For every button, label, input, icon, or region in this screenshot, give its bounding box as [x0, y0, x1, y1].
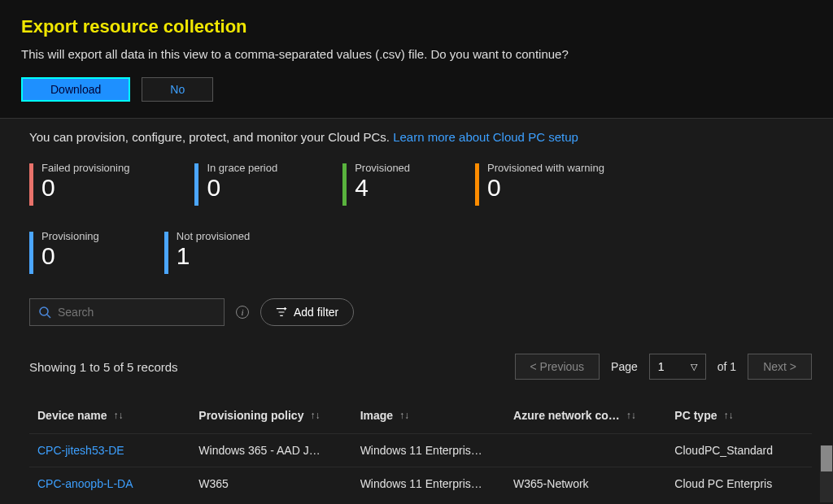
export-dialog: Export resource collection This will exp… [0, 0, 833, 119]
stat-bar-icon [29, 163, 33, 206]
stat-count: 1 [177, 244, 250, 268]
scrollbar-thumb[interactable] [821, 445, 832, 471]
device-link[interactable]: CPC-anoopb-L-DA [37, 477, 133, 490]
stat-bar-icon [342, 163, 347, 206]
search-input[interactable] [58, 306, 216, 319]
learn-more-link[interactable]: Learn more about Cloud PC setup [393, 130, 578, 144]
sort-icon: ↑↓ [626, 410, 636, 421]
stats-row-1: Failed provisioning 0 In grace period 0 … [29, 162, 812, 206]
cell-image: Windows 11 Enterpris… [360, 444, 513, 457]
info-icon[interactable]: i [236, 306, 249, 319]
th-label: Provisioning policy [198, 409, 303, 422]
add-filter-button[interactable]: Add filter [260, 298, 354, 326]
stat-count: 4 [355, 176, 410, 200]
table-row[interactable]: CPC-jitesh53-DE Windows 365 - AAD J… Win… [29, 433, 812, 467]
stats-row-2: Provisioning 0 Not provisioned 1 [29, 230, 812, 274]
th-image[interactable]: Image ↑↓ [360, 409, 513, 422]
svg-line-1 [47, 315, 50, 318]
stat-label: Provisioning [41, 230, 99, 242]
download-button[interactable]: Download [21, 77, 130, 102]
cell-policy: Windows 365 - AAD J… [198, 444, 360, 457]
pager: < Previous Page 1 ▽ of 1 Next > [515, 354, 812, 380]
cell-pctype: CloudPC_Standard [674, 444, 804, 457]
cell-image: Windows 11 Enterpris… [360, 477, 513, 490]
th-label: Device name [37, 409, 107, 422]
stat-bar-icon [164, 232, 168, 274]
no-button[interactable]: No [142, 77, 213, 102]
next-button[interactable]: Next > [748, 354, 812, 380]
dialog-title: Export resource collection [21, 16, 812, 37]
th-azure-network[interactable]: Azure network co… ↑↓ [513, 409, 674, 422]
table-row[interactable]: CPC-anoopb-L-DA W365 Windows 11 Enterpri… [29, 467, 812, 500]
of-text: of 1 [717, 360, 736, 373]
sort-icon: ↑↓ [310, 410, 320, 421]
stat-provisioning[interactable]: Provisioning 0 [29, 230, 99, 274]
stat-count: 0 [41, 176, 129, 200]
stat-in-grace-period[interactable]: In grace period 0 [194, 162, 277, 206]
cell-network [513, 444, 674, 457]
add-filter-label: Add filter [294, 306, 338, 319]
records-text: Showing 1 to 5 of 5 records [29, 360, 515, 374]
stat-label: Not provisioned [177, 230, 250, 242]
cell-pctype: Cloud PC Enterpris [674, 477, 804, 490]
sort-icon: ↑↓ [723, 410, 733, 421]
dialog-buttons: Download No [21, 77, 812, 102]
scrollbar[interactable] [820, 445, 833, 502]
svg-point-0 [40, 307, 48, 315]
sort-icon: ↑↓ [114, 410, 124, 421]
th-label: PC type [674, 409, 717, 422]
page-select[interactable]: 1 ▽ [649, 354, 706, 380]
search-icon [38, 306, 51, 319]
device-link[interactable]: CPC-jitesh53-DE [37, 444, 124, 457]
stat-failed-provisioning[interactable]: Failed provisioning 0 [29, 162, 129, 206]
dialog-text: This will export all data in this view t… [21, 47, 812, 61]
search-box[interactable] [29, 298, 225, 326]
stat-label: Failed provisioning [41, 162, 129, 174]
page-label: Page [611, 360, 638, 373]
info-text: You can provision, configure, protect, a… [29, 130, 812, 144]
filter-row: i Add filter [29, 298, 812, 326]
stat-count: 0 [41, 244, 99, 268]
prev-button[interactable]: < Previous [515, 354, 600, 380]
chevron-down-icon: ▽ [691, 362, 697, 372]
page-value: 1 [658, 360, 665, 373]
device-table: Device name ↑↓ Provisioning policy ↑↓ Im… [29, 398, 812, 500]
th-label: Image [360, 409, 393, 422]
info-prefix: You can provision, configure, protect, a… [29, 130, 393, 144]
stat-label: Provisioned [355, 162, 410, 174]
sort-icon: ↑↓ [399, 410, 409, 421]
th-pc-type[interactable]: PC type ↑↓ [674, 409, 804, 422]
stat-label: In grace period [207, 162, 277, 174]
stat-bar-icon [475, 163, 479, 206]
th-device-name[interactable]: Device name ↑↓ [37, 409, 198, 422]
stat-not-provisioned[interactable]: Not provisioned 1 [164, 230, 250, 274]
th-label: Azure network co… [513, 409, 620, 422]
table-body: CPC-jitesh53-DE Windows 365 - AAD J… Win… [29, 433, 812, 500]
stat-count: 0 [487, 176, 604, 200]
stat-label: Provisioned with warning [487, 162, 604, 174]
th-provisioning-policy[interactable]: Provisioning policy ↑↓ [198, 409, 360, 422]
cell-policy: W365 [198, 477, 360, 490]
stat-provisioned[interactable]: Provisioned 4 [342, 162, 410, 206]
cell-network: W365-Network [513, 477, 674, 490]
pager-row: Showing 1 to 5 of 5 records < Previous P… [29, 354, 812, 380]
stat-provisioned-with-warning[interactable]: Provisioned with warning 0 [475, 162, 604, 206]
stat-bar-icon [29, 232, 33, 274]
main-panel: You can provision, configure, protect, a… [0, 119, 833, 500]
stat-bar-icon [194, 163, 198, 206]
filter-icon [276, 306, 287, 318]
stat-count: 0 [207, 176, 277, 200]
table-header: Device name ↑↓ Provisioning policy ↑↓ Im… [29, 398, 812, 433]
